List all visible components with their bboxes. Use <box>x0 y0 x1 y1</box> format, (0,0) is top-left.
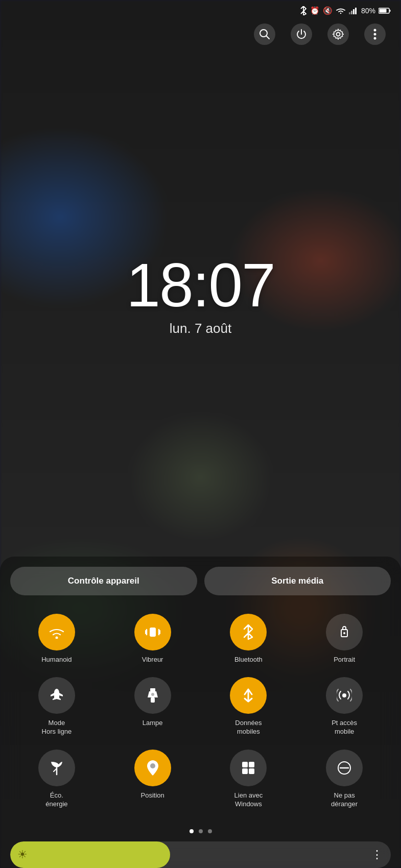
tile-label-airplane: ModeHors ligne <box>42 719 72 736</box>
svg-rect-14 <box>150 628 156 637</box>
svg-rect-28 <box>242 768 248 774</box>
svg-point-25 <box>150 763 155 768</box>
svg-point-24 <box>342 693 346 697</box>
svg-point-20 <box>343 632 345 634</box>
tile-icon-lampe <box>134 677 171 714</box>
svg-rect-26 <box>242 762 248 767</box>
tile-label-hotspot: Pt accèsmobile <box>332 719 357 736</box>
svg-rect-6 <box>380 9 387 13</box>
tile-label-windows: Lien avecWindows <box>234 791 263 809</box>
svg-rect-21 <box>150 688 155 691</box>
page-dot-3 <box>208 829 212 833</box>
media-output-button[interactable]: Sortie média <box>204 567 391 595</box>
tile-bluetooth[interactable]: Bluetooth <box>202 610 295 668</box>
svg-point-12 <box>374 37 376 40</box>
svg-line-8 <box>266 36 269 39</box>
wifi-status-icon <box>336 7 346 14</box>
bluetooth-status-icon <box>300 6 307 15</box>
tile-icon-eco <box>38 750 75 786</box>
tile-icon-portrait <box>326 614 363 650</box>
page-dots <box>10 823 391 841</box>
svg-rect-29 <box>249 768 254 774</box>
tile-windows[interactable]: Lien avecWindows <box>202 745 295 813</box>
tile-label-data: Donnéesmobiles <box>235 719 262 736</box>
brightness-more-button[interactable]: ⋮ <box>371 848 383 861</box>
tile-eco[interactable]: Éco.énergie <box>10 745 103 813</box>
svg-point-13 <box>55 636 58 639</box>
tile-portrait[interactable]: Portrait <box>298 610 391 668</box>
svg-rect-0 <box>349 12 350 14</box>
battery-icon <box>379 7 391 14</box>
tile-label-humanoid: Humanoid <box>41 656 72 664</box>
brightness-bar[interactable]: ☀ ⋮ <box>10 841 391 868</box>
tile-icon-data <box>230 677 267 714</box>
brightness-sun-icon: ☀ <box>17 848 28 861</box>
power-button[interactable] <box>291 23 312 45</box>
tile-icon-dnd <box>326 750 363 786</box>
tile-label-lampe: Lampe <box>143 719 163 728</box>
svg-point-10 <box>374 29 376 32</box>
svg-rect-2 <box>353 9 355 14</box>
clock-date: lun. 7 août <box>170 321 231 336</box>
settings-button[interactable] <box>327 23 349 45</box>
device-control-button[interactable]: Contrôle appareil <box>10 567 197 595</box>
tiles-grid: Humanoid Vibreur Bluetooth Portrait Mode… <box>10 610 391 813</box>
tile-label-eco: Éco.énergie <box>45 791 67 809</box>
tile-label-bluetooth: Bluetooth <box>234 656 263 664</box>
tile-airplane[interactable]: ModeHors ligne <box>10 673 103 740</box>
tile-humanoid[interactable]: Humanoid <box>10 610 103 668</box>
tile-data[interactable]: Donnéesmobiles <box>202 673 295 740</box>
tile-icon-airplane <box>38 677 75 714</box>
top-actions <box>0 18 401 50</box>
tile-label-dnd: Ne pasdéranger <box>331 791 358 809</box>
signal-status-icon <box>349 7 358 14</box>
tile-dnd[interactable]: Ne pasdéranger <box>298 745 391 813</box>
clock-area: 18:07 lun. 7 août <box>0 50 401 557</box>
tile-hotspot[interactable]: Pt accèsmobile <box>298 673 391 740</box>
tile-lampe[interactable]: Lampe <box>106 673 199 740</box>
tile-label-portrait: Portrait <box>334 656 355 664</box>
tile-position[interactable]: Position <box>106 745 199 813</box>
tile-label-position: Position <box>141 791 164 800</box>
clock-time: 18:07 <box>126 254 274 316</box>
svg-rect-22 <box>151 697 155 703</box>
svg-rect-3 <box>355 8 357 14</box>
svg-rect-27 <box>249 762 254 767</box>
tile-icon-vibreur <box>134 614 171 650</box>
battery-percentage: 80% <box>361 7 375 15</box>
tile-icon-windows <box>230 750 267 786</box>
silent-status-icon: 🔇 <box>323 6 333 15</box>
status-icons: ⏰ 🔇 80% <box>300 6 391 15</box>
panel-buttons: Contrôle appareil Sortie média <box>10 567 391 595</box>
status-bar: ⏰ 🔇 80% <box>0 0 401 18</box>
svg-rect-1 <box>351 11 352 14</box>
quick-panel: Contrôle appareil Sortie média Humanoid … <box>0 557 401 868</box>
svg-point-9 <box>337 33 340 36</box>
tile-vibreur[interactable]: Vibreur <box>106 610 199 668</box>
tile-icon-hotspot <box>326 677 363 714</box>
search-button[interactable] <box>254 23 275 45</box>
alarm-status-icon: ⏰ <box>310 6 320 15</box>
brightness-fill: ☀ <box>10 841 170 868</box>
tile-icon-humanoid <box>38 614 75 650</box>
svg-rect-5 <box>390 10 391 12</box>
svg-point-23 <box>151 693 154 696</box>
tile-icon-bluetooth <box>230 614 267 650</box>
svg-point-11 <box>374 33 376 36</box>
tile-label-vibreur: Vibreur <box>142 656 163 664</box>
more-options-button[interactable] <box>364 23 386 45</box>
page-dot-1 <box>190 829 194 833</box>
page-dot-2 <box>199 829 203 833</box>
tile-icon-position <box>134 750 171 786</box>
